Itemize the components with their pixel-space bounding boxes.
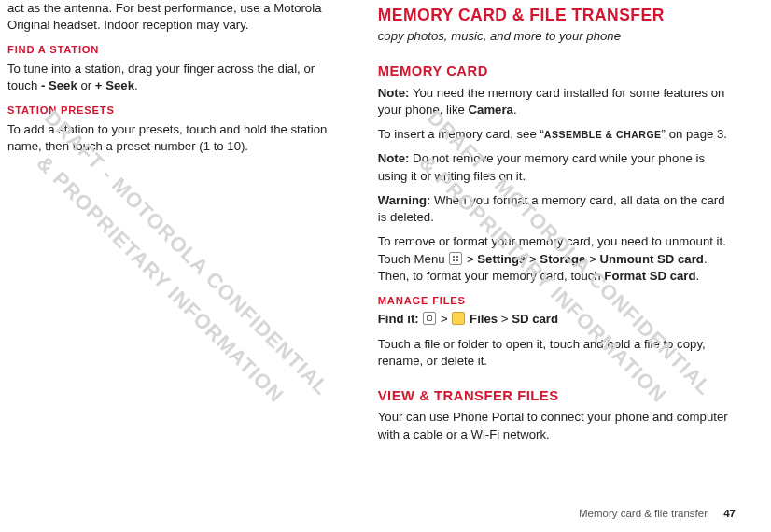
note-label: Note: (378, 86, 410, 100)
warning-format: Warning: When you format a memory card, … (378, 192, 736, 226)
text: You need the memory card installed for s… (378, 86, 725, 117)
text: > (526, 252, 540, 266)
manage-body: Touch a file or folder to open it, touch… (378, 336, 736, 370)
text: > (585, 252, 599, 266)
find-it-line: Find it: > Files > SD card (378, 311, 736, 328)
files-bold: Files (466, 312, 498, 326)
assemble-charge: ASSEMBLE & CHARGE (544, 129, 662, 140)
footer: Memory card & file transfer 47 (579, 508, 736, 519)
seek-minus: - Seek (41, 78, 77, 92)
view-body: Your can use Phone Portal to connect you… (378, 409, 736, 442)
footer-section: Memory card & file transfer (579, 508, 708, 519)
settings-bold: Settings (477, 252, 526, 266)
text: . (134, 78, 138, 92)
storage-bold: Storage (540, 252, 585, 266)
text: . (696, 269, 700, 283)
text: Do not remove your memory card while you… (378, 151, 705, 182)
text: or (77, 78, 95, 92)
text: When you format a memory card, all data … (378, 193, 725, 224)
text: . (513, 103, 517, 117)
note-do-not-remove: Note: Do not remove your memory card whi… (378, 150, 736, 184)
heading-manage-files: MANAGE FILES (378, 294, 736, 308)
text: > (437, 312, 451, 326)
warning-label: Warning: (378, 193, 431, 207)
unmount-bold: Unmount SD card (600, 252, 704, 266)
text: > (463, 252, 477, 266)
format-bold: Format SD card (604, 269, 695, 283)
footer-page-number: 47 (723, 508, 736, 519)
page: DRAFT - MOTOROLA CONFIDENTIAL & PROPRIET… (0, 0, 771, 532)
heading-memory-card: MEMORY CARD (378, 62, 736, 80)
note-camera: Note: You need the memory card installed… (378, 85, 736, 119)
right-column: DRAFT - MOTOROLA CONFIDENTIAL & PROPRIET… (378, 0, 736, 532)
sdcard-bold: SD card (512, 312, 558, 326)
presets-paragraph: To add a station to your presets, touch … (7, 121, 331, 155)
note-label: Note: (378, 151, 410, 165)
remove-format-paragraph: To remove or format your memory card, yo… (378, 233, 736, 285)
find-station-paragraph: To tune into a station, drag your finger… (7, 61, 331, 94)
text: ” on page 3. (662, 127, 727, 141)
text: > (498, 312, 512, 326)
heading-view-transfer: VIEW & TRANSFER FILES (378, 386, 736, 405)
subtitle: copy photos, music, and more to your pho… (378, 28, 736, 45)
antenna-paragraph: act as the antenna. For best performance… (7, 0, 331, 34)
find-it-label: Find it: (378, 312, 419, 326)
heading-memory-transfer: MEMORY CARD & FILE TRANSFER (378, 4, 736, 26)
seek-plus: + Seek (95, 78, 134, 92)
left-column: DRAFT - MOTOROLA CONFIDENTIAL & PROPRIET… (7, 0, 341, 532)
heading-find-station: FIND A STATION (7, 43, 331, 57)
menu-icon (449, 252, 462, 265)
subtitle-em: copy photos, music, and more to your pho… (378, 29, 621, 43)
launcher-icon (423, 312, 436, 325)
camera-bold: Camera (469, 103, 513, 117)
heading-station-presets: STATION PRESETS (7, 104, 331, 118)
folder-icon (452, 312, 465, 325)
insert-card-paragraph: To insert a memory card, see “ASSEMBLE &… (378, 126, 736, 143)
text (419, 312, 423, 326)
text: To insert a memory card, see “ (378, 127, 544, 141)
